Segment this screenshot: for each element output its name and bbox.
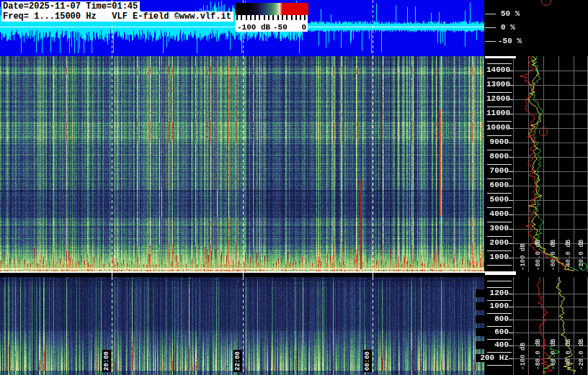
main-freq-minor-tick bbox=[487, 265, 512, 266]
pct-label-neg50: -50 % bbox=[498, 37, 522, 45]
pct-label-50: 50 % bbox=[501, 9, 520, 18]
time-label: 22:00 bbox=[233, 350, 242, 372]
low-freq-tick-label: 400 bbox=[476, 341, 509, 349]
low-freq-minor-tick bbox=[487, 300, 512, 301]
pct-tick-neg50 bbox=[485, 41, 496, 42]
main-freq-minor-tick bbox=[487, 222, 512, 222]
low-db-label: -60.0 dB bbox=[551, 335, 557, 370]
colorbar-ticks bbox=[236, 15, 308, 22]
axis-separator-bar bbox=[485, 271, 516, 275]
main-db-label: -20.0 dB bbox=[579, 236, 585, 271]
low-db-label: -40.0 dB bbox=[566, 335, 572, 370]
low-freq-minor-tick bbox=[487, 339, 512, 340]
main-freq-tick-label: 8000 bbox=[486, 153, 509, 161]
low-db-label: -100 dB bbox=[520, 335, 527, 370]
main-freq-minor-tick bbox=[487, 78, 512, 78]
main-freq-tick-label: 4000 bbox=[486, 210, 509, 218]
main-freq-tick-label: 5000 bbox=[486, 196, 509, 204]
main-freq-minor-tick bbox=[487, 107, 512, 107]
pct-label-0: 0 % bbox=[501, 23, 515, 32]
main-freq-tick-label: 3000 bbox=[486, 225, 509, 232]
spectrogram-separator bbox=[0, 271, 516, 273]
low-spectrogram bbox=[0, 277, 484, 375]
time-label: 20:00 bbox=[102, 350, 111, 372]
colorbar-label-mid: -50 bbox=[273, 23, 288, 32]
low-freq-minor-tick bbox=[487, 287, 512, 288]
main-freq-tick-label: 12000 bbox=[486, 95, 509, 103]
low-freq-tick-label: 200 Hz bbox=[476, 354, 509, 362]
main-db-label: -100 dB bbox=[520, 236, 527, 271]
main-freq-tick-label: 9000 bbox=[486, 138, 509, 146]
low-freq-tick-label: 800 bbox=[476, 315, 509, 323]
low-freq-tick-label: 1200 bbox=[476, 289, 509, 297]
main-freq-tick-label: 7000 bbox=[486, 167, 509, 175]
main-freq-tick-label: 1000 bbox=[486, 253, 509, 261]
main-freq-minor-tick bbox=[487, 193, 512, 194]
colorbar-labels: -100 dB -50 0 bbox=[236, 22, 308, 32]
time-gridline-gap bbox=[112, 273, 112, 277]
date-time-label: Date=2025-11-07 Time=01:45 bbox=[1, 1, 140, 12]
main-db-label: -80.0 dB bbox=[535, 236, 542, 271]
main-db-label: -60.0 dB bbox=[551, 236, 557, 271]
main-freq-tick-label: 13000 bbox=[486, 81, 509, 89]
main-freq-tick-label: 11000 bbox=[486, 109, 509, 117]
time-gridline-gap bbox=[373, 273, 373, 277]
main-spectrogram bbox=[0, 56, 484, 272]
main-freq-tick-label: 2000 bbox=[486, 239, 509, 247]
low-freq-minor-tick bbox=[487, 365, 512, 366]
marker-ring-top bbox=[541, 0, 551, 6]
low-freq-minor-tick bbox=[487, 352, 512, 353]
time-gridline-gap bbox=[243, 273, 244, 277]
main-freq-tick-label: 6000 bbox=[486, 181, 509, 189]
main-freq-minor-tick bbox=[487, 63, 512, 64]
main-freq-minor-tick bbox=[487, 250, 512, 251]
main-freq-minor-tick bbox=[487, 92, 512, 93]
main-freq-minor-tick bbox=[487, 207, 512, 208]
low-freq-tick-label: 1000 bbox=[476, 302, 509, 310]
main-freq-tick-label: 14000 bbox=[486, 66, 509, 74]
main-freq-minor-tick bbox=[487, 164, 512, 165]
main-freq-tick-label: 10000 bbox=[486, 124, 509, 132]
vlf-monitor-window: Date=2025-11-07 Time=01:45 Freq= 1...150… bbox=[0, 0, 588, 375]
main-freq-minor-tick bbox=[487, 236, 512, 237]
low-db-label: -20.0 dB bbox=[579, 335, 585, 370]
pct-tick-50 bbox=[485, 14, 496, 14]
main-db-label: -40.0 dB bbox=[566, 236, 572, 271]
main-freq-minor-tick bbox=[487, 150, 512, 150]
freq-range-label: Freq= 1...15000 Hz VLF E-field ©www.vlf.… bbox=[1, 12, 233, 22]
low-freq-minor-tick bbox=[487, 313, 512, 314]
colorbar-gradient bbox=[236, 3, 308, 15]
low-freq-minor-tick bbox=[487, 326, 512, 327]
axis-top-bar bbox=[485, 56, 516, 58]
main-freq-minor-tick bbox=[487, 135, 512, 136]
low-freq-minor-tick bbox=[487, 281, 512, 281]
low-db-label: -80.0 dB bbox=[535, 335, 542, 370]
colorbar-label-max: 0 bbox=[301, 23, 306, 32]
marker-ring-spectrum bbox=[539, 127, 548, 136]
pct-tick-0 bbox=[485, 27, 496, 28]
main-freq-minor-tick bbox=[487, 179, 512, 179]
low-freq-tick-label: 600 bbox=[476, 328, 509, 336]
colorbar-label-min: -100 dB bbox=[237, 23, 270, 32]
time-label: 00:00 bbox=[363, 350, 372, 372]
main-freq-minor-tick bbox=[487, 121, 512, 122]
